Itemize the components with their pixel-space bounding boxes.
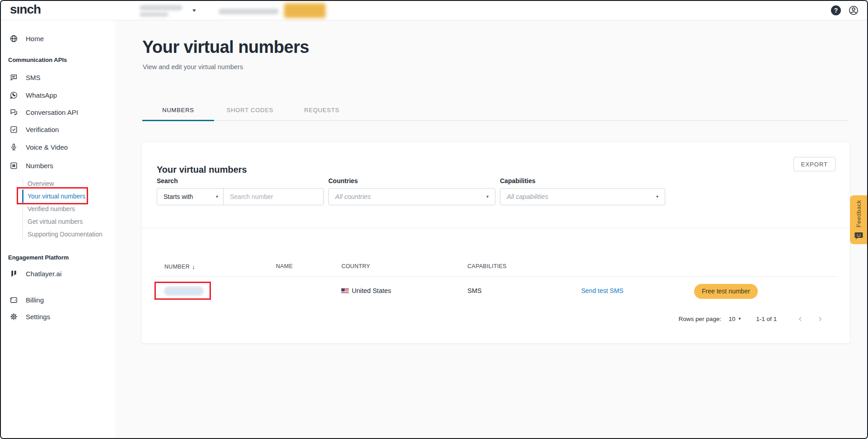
caret-down-icon: ▾ <box>738 316 741 321</box>
feedback-smiley-icon <box>854 232 863 240</box>
tab-bar: NUMBERS SHORT CODES REQUESTS <box>142 100 849 121</box>
sidebar-item-billing[interactable]: Billing <box>9 294 44 305</box>
countries-select[interactable]: All countries ▾ <box>329 189 495 205</box>
account-avatar-icon[interactable] <box>848 5 859 16</box>
account-caret-down-icon[interactable] <box>192 9 196 12</box>
search-number-input[interactable] <box>224 189 323 205</box>
sidebar-subitem-your-virtual-numbers[interactable]: Your virtual numbers <box>28 192 85 201</box>
conversation-api-icon <box>9 108 18 117</box>
sidebar-subitem-supporting-documentation[interactable]: Supporting Documentation <box>28 230 103 239</box>
sidebar-subitem-verified-numbers[interactable]: Verified numbers <box>28 204 75 213</box>
tab-numbers[interactable]: NUMBERS <box>142 100 214 120</box>
sidebar-item-label: Chatlayer.ai <box>26 270 61 278</box>
column-header-country: COUNTRY <box>341 263 370 269</box>
card-divider <box>142 228 850 228</box>
sidebar-item-label: Settings <box>26 313 50 321</box>
filters-row: Search Starts with ▾ Countries All count… <box>157 177 665 205</box>
tab-label: NUMBERS <box>162 107 194 113</box>
rows-per-page-label: Rows per page: <box>679 316 722 322</box>
sidebar-section-communication-apis: Communication APIs <box>8 57 67 63</box>
capabilities-filter-group: Capabilities All capabilities ▾ <box>500 177 665 205</box>
capabilities-select-value: All capabilities <box>507 193 548 200</box>
tab-label: REQUESTS <box>304 107 340 113</box>
match-type-dropdown[interactable]: Starts with ▾ <box>157 189 224 205</box>
main-content: Your virtual numbers View and edit your … <box>115 20 867 438</box>
sidebar-subitem-overview[interactable]: Overview <box>28 179 54 188</box>
card-title: Your virtual numbers <box>157 165 247 175</box>
sidebar-item-chatlayer[interactable]: Chatlayer.ai <box>9 268 61 279</box>
sidebar-item-verification[interactable]: Verification <box>9 124 59 135</box>
country-cell: United States <box>341 287 391 294</box>
sms-icon <box>9 73 18 82</box>
country-value: United States <box>352 287 391 294</box>
balance-redacted <box>219 9 279 14</box>
microphone-icon <box>9 143 18 151</box>
sidebar-item-label: SMS <box>26 74 41 81</box>
column-header-label: NUMBER <box>164 264 190 270</box>
next-page-button[interactable]: › <box>810 312 830 326</box>
rows-per-page-dropdown[interactable]: 10 ▾ <box>728 316 741 322</box>
countries-label: Countries <box>328 177 495 184</box>
sidebar-item-numbers[interactable]: Numbers <box>9 160 53 171</box>
sidebar-item-label: Numbers <box>26 162 53 170</box>
table-header-divider <box>155 276 836 277</box>
submenu-guide-line <box>23 178 23 240</box>
topbar: sınch ? <box>1 1 867 20</box>
feedback-tab[interactable]: Feedback <box>850 195 867 244</box>
wallet-icon <box>9 296 18 304</box>
account-name-redacted[interactable] <box>140 5 182 10</box>
home-globe-icon <box>9 34 18 43</box>
sidebar: Home Communication APIs SMS WhatsApp Con… <box>1 20 115 438</box>
sidebar-subitem-get-virtual-numbers[interactable]: Get virtual numbers <box>28 217 83 226</box>
rows-per-page-value: 10 <box>728 316 735 322</box>
sinch-logo[interactable]: sınch <box>10 2 41 17</box>
sidebar-item-sms[interactable]: SMS <box>9 72 41 83</box>
virtual-numbers-card: Your virtual numbers EXPORT Search Start… <box>141 142 850 344</box>
search-control: Starts with ▾ <box>157 188 324 205</box>
sidebar-item-voice-video[interactable]: Voice & Video <box>9 142 68 152</box>
sidebar-item-label: Home <box>26 35 44 42</box>
sidebar-item-settings[interactable]: Settings <box>9 311 50 322</box>
active-tab-underline <box>142 120 214 121</box>
sidebar-item-whatsapp[interactable]: WhatsApp <box>9 90 57 100</box>
page-title: Your virtual numbers <box>142 38 309 57</box>
previous-page-button[interactable]: ‹ <box>790 312 810 326</box>
sort-desc-icon[interactable]: ↓ <box>192 263 195 270</box>
numbers-hash-icon <box>9 161 18 170</box>
countries-filter-group: Countries All countries ▾ <box>328 177 495 205</box>
number-link-redacted[interactable] <box>164 287 204 296</box>
help-icon[interactable]: ? <box>831 5 841 15</box>
capabilities-label: Capabilities <box>500 177 665 184</box>
us-flag-icon <box>341 288 349 293</box>
search-filter-group: Search Starts with ▾ <box>157 177 324 205</box>
account-id-redacted <box>140 12 168 17</box>
caret-down-icon: ▾ <box>486 194 489 199</box>
sidebar-item-conversation-api[interactable]: Conversation API <box>9 107 78 118</box>
topup-button-redacted[interactable] <box>284 3 326 18</box>
capabilities-cell: SMS <box>467 287 481 294</box>
export-button[interactable]: EXPORT <box>793 157 835 171</box>
tab-label: SHORT CODES <box>227 107 274 113</box>
sidebar-item-home[interactable]: Home <box>9 33 44 44</box>
tab-short-codes[interactable]: SHORT CODES <box>214 100 286 120</box>
column-header-number: NUMBER ↓ <box>164 263 195 270</box>
send-test-sms-link[interactable]: Send test SMS <box>581 287 623 294</box>
column-header-capabilities: CAPABILITIES <box>467 263 507 269</box>
page-range: 1-1 of 1 <box>756 316 777 322</box>
chatlayer-icon <box>9 269 18 278</box>
submenu-active-indicator <box>22 189 23 203</box>
column-header-name: NAME <box>276 263 293 269</box>
tab-requests[interactable]: REQUESTS <box>286 100 358 120</box>
free-test-number-badge: Free test number <box>694 284 758 299</box>
search-label: Search <box>157 177 324 184</box>
capabilities-select[interactable]: All capabilities ▾ <box>500 189 665 205</box>
caret-down-icon: ▾ <box>216 194 218 199</box>
feedback-label: Feedback <box>855 200 862 227</box>
pagination: Rows per page: 10 ▾ 1-1 of 1 ‹ › <box>679 311 830 326</box>
gear-icon <box>9 312 18 321</box>
sidebar-item-label: WhatsApp <box>26 91 57 99</box>
sidebar-item-label: Voice & Video <box>26 143 68 151</box>
countries-select-value: All countries <box>335 193 371 200</box>
match-type-value: Starts with <box>163 193 193 200</box>
caret-down-icon: ▾ <box>656 194 658 199</box>
